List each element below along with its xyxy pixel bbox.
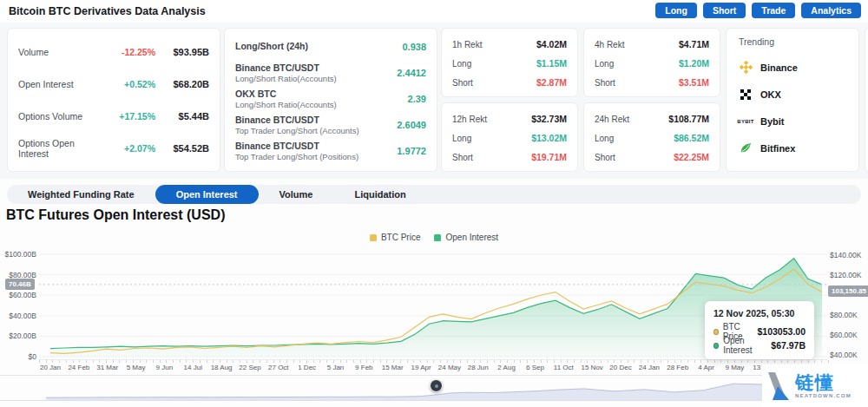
rekt-long-value: $1.15M (536, 58, 567, 69)
neatdown-logo-icon (767, 371, 790, 402)
x-axis-label: 9 Jun (156, 364, 174, 371)
stat-row-open-interest: Open Interest +0.52% $68.20B (18, 68, 209, 100)
navigator-handle[interactable] (430, 379, 443, 392)
stat-change: +0.52% (107, 79, 155, 89)
watermark-domain: NEATDOWN.COM (795, 393, 852, 398)
rekt-card-1h: 1h Rekt$4.02M Long$1.15M Short$2.87M (441, 28, 578, 97)
legend-open-interest[interactable]: Open Interest (434, 233, 498, 242)
stat-row-options-open-interest: Options Open Interest +2.07% $54.52B (18, 132, 209, 164)
chart-legend: BTC Price Open Interest (0, 233, 868, 242)
x-axis-label: 15 Nov (581, 364, 602, 371)
tab-weighted-funding-rate[interactable]: Weighted Funding Rate (7, 185, 155, 204)
chart-tooltip: 12 Nov 2025, 05:30 BTC Price $103053.00 … (705, 301, 814, 359)
long-button[interactable]: Long (655, 3, 697, 18)
x-axis-label: 18 Aug (211, 364, 233, 371)
rekt-total: $4.71M (679, 39, 709, 49)
rekt-title: 12h Rekt (452, 115, 531, 124)
tab-open-interest[interactable]: Open Interest (155, 185, 259, 204)
partial-card (865, 28, 868, 172)
trending-item-bitfinex[interactable]: Bitfinex (739, 135, 846, 161)
trending-item-okx[interactable]: OKX (739, 81, 846, 108)
rekt-short-label: Short (452, 78, 536, 88)
oi-chart[interactable]: BTC Price Open Interest $100.00B$80.00B$… (0, 226, 868, 407)
open-interest-swatch (434, 234, 441, 241)
stat-label: Options Volume (18, 111, 107, 121)
ratio-value: 0.938 (402, 42, 426, 52)
ratio-row: OKX BTC Long/Short Ratio(Accounts) 2.39 (235, 86, 426, 112)
ratio-row: Long/Short (24h) 0.938 (235, 34, 426, 60)
x-axis-label: 9 Feb (355, 364, 372, 371)
x-axis-label: 28 Jun (468, 364, 489, 371)
rekt-title: 24h Rekt (595, 115, 668, 124)
x-axis-label: 27 Oct (268, 364, 289, 371)
ratio-value: 2.39 (408, 94, 426, 104)
x-axis-label: 5 Jan (327, 364, 345, 371)
y-axis-tick: $0 (0, 352, 36, 361)
rekt-card-12h: 12h Rekt$32.73M Long$13.02M Short$19.71M (441, 102, 578, 172)
x-axis-label: 24 Jan (639, 364, 660, 371)
rekt-total: $32.73M (531, 114, 567, 124)
rekt-short-value: $3.51M (679, 77, 709, 88)
bitfinex-icon (739, 141, 753, 155)
rekt-long-label: Long (452, 59, 536, 69)
x-axis-label: 31 Mar (96, 364, 118, 371)
ratio-sublabel: Long/Short Ratio(Accounts) (235, 100, 408, 110)
rekt-card-24h: 24h Rekt$108.77M Long$86.52M Short$22.25… (583, 102, 720, 172)
stat-row-volume: Volume -12.25% $93.95B (18, 36, 209, 68)
rekt-short-value: $2.87M (536, 77, 567, 88)
ratio-sublabel: Top Trader Long/Short (Accounts) (235, 126, 397, 136)
trending-item-bybit[interactable]: BYBIT Bybit (739, 108, 846, 135)
tab-liquidation[interactable]: Liquidation (333, 185, 426, 204)
ratio-label: Long/Short (24h) (235, 41, 402, 52)
y-axis-tick: $60.00B (0, 291, 36, 299)
site-watermark: 链懂 NEATDOWN.COM (762, 364, 868, 407)
x-axis-label: 6 Sep (526, 364, 544, 371)
stat-value: $93.95B (155, 47, 209, 57)
x-axis-label: 24 May (438, 364, 461, 371)
rekt-short-value: $22.25M (674, 152, 709, 162)
x-axis-label: 5 May (127, 364, 146, 371)
x-axis-labels: 20 Jan24 Feb31 Mar5 May9 Jun14 Jul18 Aug… (0, 364, 868, 372)
ratio-label: Binance BTC/USDT (235, 62, 397, 74)
analytics-button[interactable]: Analytics (801, 3, 861, 18)
x-axis-label: 20 Jan (40, 364, 61, 371)
okx-icon (739, 88, 753, 102)
current-price-badge: 103,150.85 (828, 286, 868, 297)
rekt-long-value: $1.20M (679, 58, 709, 69)
exchange-name: OKX (760, 89, 781, 100)
x-axis-label: 14 Jul (184, 364, 202, 371)
tooltip-row-oi: Open Interest $67.97B (713, 338, 806, 352)
rekt-total: $4.02M (536, 39, 567, 49)
rekt-long-value: $86.52M (674, 133, 709, 143)
x-axis-label: 24 Feb (68, 364, 89, 371)
rekt-title: 1h Rekt (452, 40, 536, 49)
y-axis-tick: $140.00K (830, 251, 861, 259)
y-axis-tick: $80.00K (830, 311, 858, 319)
tooltip-datetime: 12 Nov 2025, 05:30 (713, 308, 806, 318)
tab-volume[interactable]: Volume (259, 185, 334, 204)
x-axis-label: 20 Dec (609, 364, 631, 371)
short-button[interactable]: Short (703, 3, 746, 18)
rekt-short-label: Short (595, 153, 674, 162)
trending-item-binance[interactable]: Binance (739, 54, 846, 81)
x-axis-label: 22 Sep (239, 364, 260, 371)
legend-btc-price[interactable]: BTC Price (370, 233, 421, 242)
ratio-row: Binance BTC/USDT Top Trader Long/Short (… (235, 112, 426, 138)
y-axis-tick: $120.00K (830, 271, 861, 279)
rekt-long-label: Long (595, 59, 679, 69)
ratio-label: OKX BTC (235, 89, 408, 100)
binance-icon (739, 61, 753, 75)
rekt-long-value: $13.02M (531, 133, 567, 143)
y-axis-tick: $60.00K (830, 331, 858, 339)
stat-change: +17.15% (107, 111, 155, 121)
stat-value: $54.52B (155, 143, 209, 154)
x-axis-label: 1 Dec (298, 364, 316, 371)
chart-tabs: Weighted Funding Rate Open Interest Volu… (7, 185, 861, 204)
x-axis-label: 28 Feb (667, 364, 688, 371)
y-axis-tick: $100.00B (0, 250, 36, 259)
ratio-value: 2.6049 (397, 120, 426, 130)
x-axis-label: 19 Apr (411, 364, 431, 371)
page-title: Bitcoin BTC Derivatives Data Analysis (9, 5, 206, 17)
trade-button[interactable]: Trade (752, 3, 795, 18)
open-interest-dot (713, 343, 719, 349)
